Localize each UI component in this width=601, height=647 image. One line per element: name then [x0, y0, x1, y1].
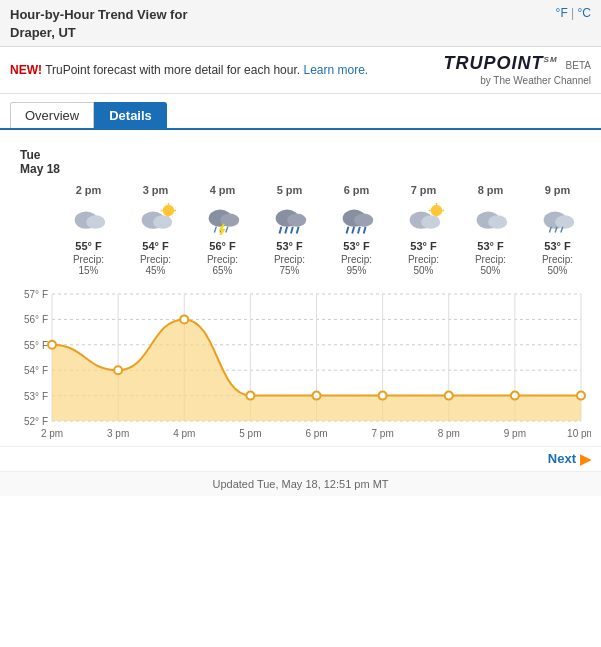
hour-label: 7 pm: [392, 184, 455, 196]
precip-value: 65%: [191, 265, 254, 276]
hour-label: 8 pm: [459, 184, 522, 196]
svg-text:56° F: 56° F: [24, 314, 48, 325]
svg-line-24: [357, 227, 359, 234]
svg-point-8: [153, 215, 172, 228]
learn-more-link[interactable]: Learn more.: [303, 63, 368, 77]
temp-value: 54° F: [124, 240, 187, 252]
svg-text:6 pm: 6 pm: [305, 428, 327, 439]
svg-line-11: [214, 227, 216, 233]
hour-label: 4 pm: [191, 184, 254, 196]
weather-icon: [268, 200, 312, 236]
svg-point-32: [421, 215, 440, 228]
precip-label: Precip:: [459, 254, 522, 265]
svg-point-21: [354, 213, 373, 226]
svg-text:2 pm: 2 pm: [41, 428, 63, 439]
tabs-bar: Overview Details: [0, 94, 601, 130]
hour-label: 6 pm: [325, 184, 388, 196]
precip-label: Precip:: [325, 254, 388, 265]
svg-point-15: [287, 213, 306, 226]
precip-label: Precip:: [124, 254, 187, 265]
hour-label: 9 pm: [526, 184, 589, 196]
svg-point-68: [511, 392, 519, 400]
precip-value: 95%: [325, 265, 388, 276]
temp-toggle: °F | °C: [556, 6, 591, 20]
precip-value: 15%: [57, 265, 120, 276]
hourly-grid: 2 pm 55° F Precip: 15% 3 pm 54° F Precip…: [10, 184, 591, 276]
svg-text:9 pm: 9 pm: [504, 428, 526, 439]
temperature-chart: 57° F56° F55° F54° F53° F52° F2 pm3 pm4 …: [10, 286, 591, 446]
page-title: Hour-by-Hour Trend View for Draper, UT: [10, 6, 187, 42]
celsius-link[interactable]: °C: [578, 6, 591, 20]
weather-icon: [402, 200, 446, 236]
temp-value: 53° F: [459, 240, 522, 252]
date-label: Tue May 18: [15, 148, 60, 176]
svg-text:57° F: 57° F: [24, 289, 48, 300]
svg-text:5 pm: 5 pm: [239, 428, 261, 439]
hour-label: 5 pm: [258, 184, 321, 196]
date-section: Tue May 18: [10, 148, 591, 180]
svg-point-69: [577, 392, 585, 400]
svg-point-64: [246, 392, 254, 400]
precip-value: 45%: [124, 265, 187, 276]
svg-text:53° F: 53° F: [24, 391, 48, 402]
tab-details[interactable]: Details: [94, 102, 167, 128]
hour-col-3: 5 pm 53° F Precip: 75%: [256, 184, 323, 276]
precip-value: 75%: [258, 265, 321, 276]
svg-text:10 pm: 10 pm: [567, 428, 591, 439]
tab-overview[interactable]: Overview: [10, 102, 94, 128]
temp-value: 55° F: [57, 240, 120, 252]
svg-text:3 pm: 3 pm: [107, 428, 129, 439]
svg-point-66: [379, 392, 387, 400]
svg-line-16: [279, 227, 281, 234]
precip-value: 50%: [526, 265, 589, 276]
svg-text:7 pm: 7 pm: [372, 428, 394, 439]
svg-point-63: [180, 315, 188, 323]
svg-point-67: [445, 392, 453, 400]
hour-col-7: 9 pm 53° F Precip: 50%: [524, 184, 591, 276]
svg-point-65: [313, 392, 321, 400]
new-label: NEW!: [10, 63, 42, 77]
svg-line-17: [285, 227, 287, 234]
precip-label: Precip:: [191, 254, 254, 265]
hour-col-1: 3 pm 54° F Precip: 45%: [122, 184, 189, 276]
precip-label: Precip:: [392, 254, 455, 265]
temp-value: 53° F: [392, 240, 455, 252]
trupoint-bar: NEW! TruPoint forecast with more detail …: [0, 47, 601, 94]
temp-value: 53° F: [325, 240, 388, 252]
hour-col-2: 4 pm 56° F Precip: 65%: [189, 184, 256, 276]
svg-point-62: [114, 366, 122, 374]
weather-icon: [201, 200, 245, 236]
hour-col-4: 6 pm 53° F Precip: 95%: [323, 184, 390, 276]
hour-col-0: 2 pm 55° F Precip: 15%: [55, 184, 122, 276]
precip-label: Precip:: [258, 254, 321, 265]
weather-icon: [67, 200, 111, 236]
svg-text:54° F: 54° F: [24, 365, 48, 376]
updated-bar: Updated Tue, May 18, 12:51 pm MT: [0, 471, 601, 496]
next-arrow-icon: ▶: [580, 451, 591, 467]
hour-col-6: 8 pm 53° F Precip: 50%: [457, 184, 524, 276]
svg-point-34: [488, 215, 507, 228]
footer-nav: Next ▶: [0, 446, 601, 471]
svg-point-2: [162, 205, 173, 216]
svg-text:52° F: 52° F: [24, 416, 48, 427]
svg-line-22: [346, 227, 348, 234]
trupoint-logo: TRUPOINTSM BETA by The Weather Channel: [444, 53, 591, 87]
svg-point-1: [86, 215, 105, 228]
hour-col-5: 7 pm 53° F Precip: 50%: [390, 184, 457, 276]
temp-value: 53° F: [526, 240, 589, 252]
fahrenheit-link[interactable]: °F: [556, 6, 568, 20]
weather-icon: [536, 200, 580, 236]
header-bar: Hour-by-Hour Trend View for Draper, UT °…: [0, 0, 601, 47]
svg-line-23: [352, 227, 354, 234]
next-button[interactable]: Next ▶: [548, 451, 591, 467]
weather-icon: [469, 200, 513, 236]
weather-icon: [335, 200, 379, 236]
temp-value: 53° F: [258, 240, 321, 252]
svg-text:8 pm: 8 pm: [438, 428, 460, 439]
precip-value: 50%: [392, 265, 455, 276]
svg-line-13: [225, 227, 227, 233]
svg-point-61: [48, 341, 56, 349]
precip-label: Precip:: [57, 254, 120, 265]
svg-line-18: [290, 227, 292, 234]
temp-value: 56° F: [191, 240, 254, 252]
